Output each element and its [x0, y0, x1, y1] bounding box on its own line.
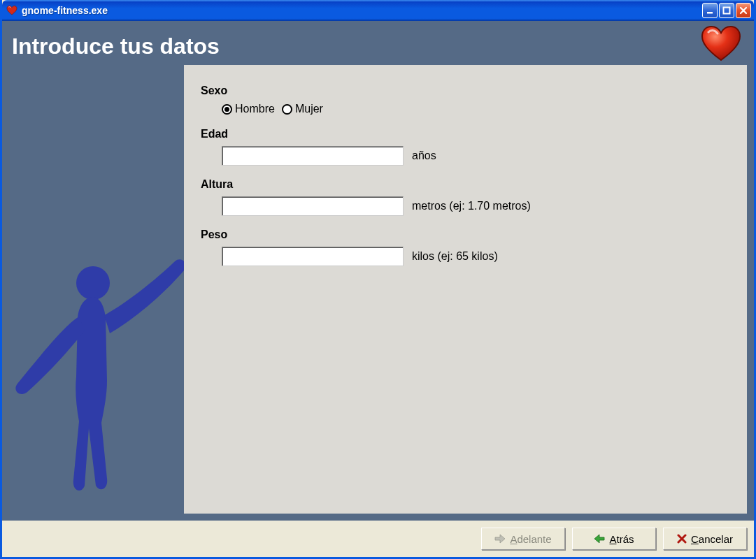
weight-hint: kilos (ej: 65 kilos) [412, 250, 498, 263]
maximize-button[interactable] [719, 3, 734, 18]
app-heart-icon [6, 5, 17, 16]
sex-female-label: Mujer [295, 103, 323, 115]
cancel-button[interactable]: Cancelar [663, 528, 747, 550]
age-hint: años [412, 150, 436, 162]
forward-button: Adelante [481, 528, 565, 550]
window-title: gnome-fitness.exe [22, 5, 702, 16]
window-controls [702, 3, 751, 18]
age-label: Edad [201, 128, 730, 140]
radio-icon [282, 104, 292, 115]
cancel-label: Cancelar [691, 533, 733, 545]
weight-group: Peso kilos (ej: 65 kilos) [201, 228, 730, 266]
sex-radio-male[interactable]: Hombre [222, 103, 275, 115]
forward-label: Adelante [510, 533, 551, 545]
svg-point-2 [76, 266, 110, 300]
page-title: Introduce tus datos [12, 34, 740, 59]
height-input[interactable] [222, 196, 404, 216]
window-frame: gnome-fitness.exe Introduce tus datos [0, 0, 756, 559]
sex-radio-female[interactable]: Mujer [282, 103, 323, 115]
sex-group: Sexo Hombre Mujer [201, 85, 730, 115]
sex-label: Sexo [201, 85, 730, 97]
titlebar[interactable]: gnome-fitness.exe [2, 0, 754, 21]
form-panel: Sexo Hombre Mujer Edad años [184, 65, 747, 514]
height-label: Altura [201, 178, 730, 191]
age-input[interactable] [222, 146, 404, 166]
dancer-silhouette-icon [2, 241, 184, 507]
height-group: Altura metros (ej: 1.70 metros) [201, 178, 730, 216]
arrow-left-icon [594, 534, 605, 544]
x-icon [677, 534, 687, 544]
back-label: Atrás [609, 533, 634, 545]
heart-icon [701, 25, 741, 61]
arrow-right-icon [494, 534, 506, 544]
sex-male-label: Hombre [235, 103, 275, 115]
wizard-sidebar [2, 93, 184, 521]
radio-icon [222, 104, 232, 115]
minimize-button[interactable] [702, 3, 718, 18]
svg-rect-0 [707, 12, 713, 14]
wizard-footer: Adelante Atrás Cancelar [2, 521, 754, 557]
main-area: Sexo Hombre Mujer Edad años [2, 93, 754, 521]
weight-input[interactable] [222, 247, 404, 266]
svg-rect-1 [724, 8, 730, 14]
age-group: Edad años [201, 128, 730, 166]
weight-label: Peso [201, 228, 730, 241]
back-button[interactable]: Atrás [572, 528, 656, 550]
close-button[interactable] [736, 3, 751, 18]
height-hint: metros (ej: 1.70 metros) [412, 200, 531, 212]
